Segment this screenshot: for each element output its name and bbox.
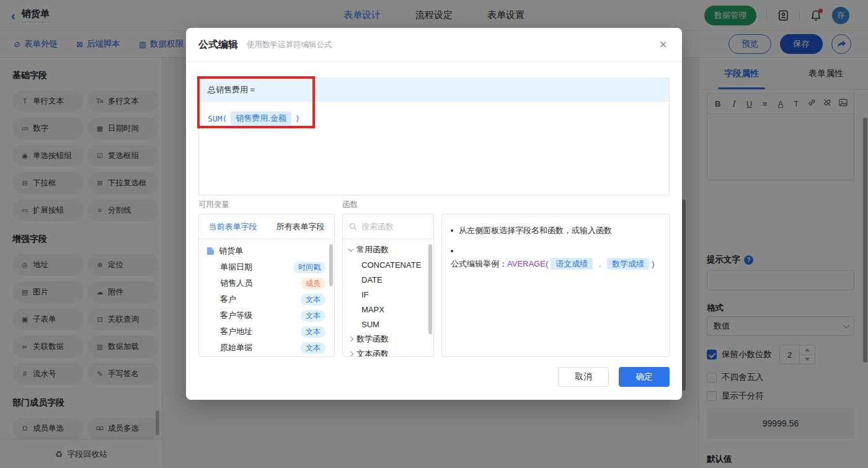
- document-icon: [206, 247, 215, 255]
- variables-scrollbar[interactable]: [329, 244, 333, 286]
- variable-field-row[interactable]: 销售人员成员: [199, 275, 334, 291]
- function-item[interactable]: CONCATENATE: [343, 257, 433, 272]
- bullet-icon: [451, 229, 453, 232]
- search-icon: [349, 223, 357, 231]
- tab-all-form-fields[interactable]: 所有表单字段: [267, 214, 334, 239]
- functions-panel: 常用函数 CONCATENATE DATE IF MAPX SUM 数学函数 文…: [342, 214, 434, 357]
- dialog-title: 公式编辑: [198, 38, 238, 51]
- close-icon[interactable]: ×: [659, 38, 667, 51]
- variables-section-label: 可用变量: [198, 200, 229, 210]
- field-type-tag: 文本: [301, 294, 326, 306]
- field-type-tag: 成员: [301, 278, 326, 289]
- chevron-right-icon: [348, 351, 353, 356]
- variable-field-row[interactable]: 客户等级文本: [199, 307, 334, 324]
- function-group-common[interactable]: 常用函数: [343, 242, 433, 257]
- function-search-input[interactable]: [361, 222, 423, 231]
- field-type-tag: 时间戳: [293, 262, 326, 273]
- function-group-text[interactable]: 文本函数: [343, 347, 433, 357]
- variable-form-node[interactable]: 销货单: [199, 243, 334, 259]
- function-item[interactable]: SUM: [343, 317, 433, 332]
- example-chip: 语文成绩: [551, 258, 593, 270]
- chevron-down-icon: [348, 246, 353, 251]
- dialog-subtitle: 使用数学运算符编辑公式: [247, 40, 332, 50]
- variable-field-row[interactable]: 客户文本: [199, 291, 334, 307]
- formula-field-chip[interactable]: 销售费用.金额: [231, 112, 291, 125]
- function-item[interactable]: MAPX: [343, 302, 433, 317]
- functions-scrollbar[interactable]: [428, 244, 432, 334]
- function-item[interactable]: IF: [343, 287, 433, 302]
- field-type-tag: 文本: [301, 310, 326, 322]
- app-window: ‹ 销货单 表单设计 流程设定 表单设置 数据管理 存 ⊘表单外链 ⊠后端脚本: [0, 0, 868, 468]
- field-type-tag: 文本: [301, 326, 326, 338]
- formula-func-open: SUM(: [208, 114, 227, 123]
- formula-edit-dialog: 公式编辑 使用数学运算符编辑公式 × 总销售费用 = SUM( 销售费用.金额 …: [186, 28, 682, 400]
- chevron-right-icon: [348, 337, 353, 342]
- formula-editor[interactable]: 总销售费用 = SUM( 销售费用.金额 ): [198, 77, 670, 195]
- tip-line-1: 从左侧面板选择字段名和函数，或输入函数: [451, 224, 660, 237]
- variable-field-row[interactable]: 原始单据文本: [199, 340, 334, 356]
- tab-current-form-fields[interactable]: 当前表单字段: [199, 214, 267, 239]
- function-group-math[interactable]: 数学函数: [343, 332, 433, 347]
- tip-line-2: 公式编辑举例：AVERAGE(语文成绩，数学成绩): [451, 245, 660, 270]
- variable-field-row[interactable]: 单据日期时间戳: [199, 259, 334, 275]
- function-search[interactable]: [343, 214, 433, 239]
- formula-func-close: ): [295, 114, 300, 123]
- functions-section-label: 函数: [342, 200, 358, 210]
- bullet-icon: [451, 250, 453, 252]
- confirm-button[interactable]: 确定: [619, 367, 670, 387]
- example-function: AVERAGE(: [507, 259, 548, 268]
- cancel-button[interactable]: 取消: [558, 367, 609, 387]
- example-chip: 数学成绩: [607, 258, 649, 270]
- function-item[interactable]: DATE: [343, 272, 433, 287]
- field-type-tag: 文本: [301, 342, 326, 354]
- variable-field-row[interactable]: 客户地址文本: [199, 324, 334, 340]
- formula-target: 总销售费用 =: [199, 78, 669, 102]
- tips-panel: 从左侧面板选择字段名和函数，或输入函数 公式编辑举例：AVERAGE(语文成绩，…: [441, 214, 670, 357]
- variables-panel: 当前表单字段 所有表单字段 销货单 单据日期时间戳 销售人员成员 客户文本 客户…: [198, 214, 335, 357]
